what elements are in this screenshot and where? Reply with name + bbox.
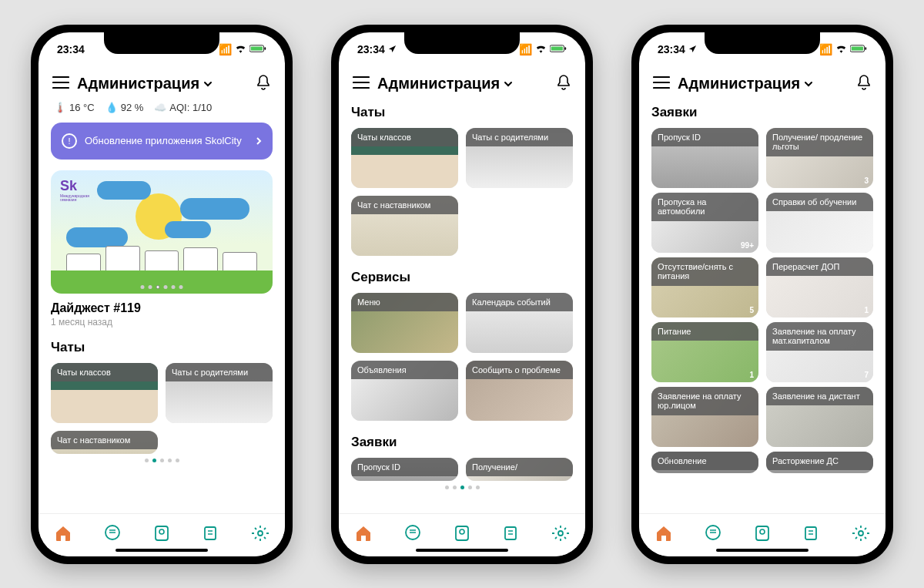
tile-class-chats[interactable]: Чаты классов <box>51 363 158 423</box>
svg-point-15 <box>558 531 563 536</box>
update-banner[interactable]: ! Обновление приложения SkolCity <box>51 123 273 160</box>
nav-chat[interactable] <box>703 523 723 543</box>
header-title[interactable]: Администрация <box>377 75 548 92</box>
tile-announcements[interactable]: Объявления <box>351 361 458 421</box>
svg-rect-2 <box>264 47 266 49</box>
svg-point-5 <box>159 529 164 534</box>
svg-point-21 <box>760 529 765 534</box>
svg-point-7 <box>258 531 263 536</box>
tile-pass-id[interactable]: Пропуск ID <box>351 458 458 481</box>
tile-distant[interactable]: Заявление на дистант <box>766 387 873 447</box>
wifi-icon <box>835 43 847 55</box>
svg-rect-20 <box>756 526 768 540</box>
tile-menu[interactable]: Меню <box>351 293 458 353</box>
signal-icon: 📶 <box>519 43 532 55</box>
svg-point-13 <box>460 529 464 534</box>
digest-card[interactable]: SkМеждународная гимназия <box>51 170 273 294</box>
tile-benefits[interactable]: Получение/ <box>466 458 573 481</box>
svg-rect-17 <box>852 46 863 50</box>
chevron-right-icon <box>256 136 262 146</box>
hamburger-icon[interactable] <box>653 76 670 92</box>
nav-home[interactable] <box>654 523 674 543</box>
nav-home[interactable] <box>353 523 373 543</box>
digest-title: Дайджест #119 <box>51 301 273 315</box>
phone-mockup-3: 23:34 📶 Администрация Заявки Пропуск ID … <box>631 25 893 564</box>
chevron-down-icon <box>503 79 514 89</box>
section-requests-title: Заявки <box>351 435 573 450</box>
pager-dots <box>351 481 573 491</box>
tile-terminate[interactable]: Расторжение ДС <box>766 452 873 473</box>
tile-parent-chats[interactable]: Чаты с родителями <box>166 363 273 423</box>
tile-report-problem[interactable]: Сообщить о проблеме <box>466 361 573 421</box>
location-icon <box>688 43 697 55</box>
svg-rect-22 <box>805 527 816 539</box>
chevron-down-icon <box>803 79 814 89</box>
location-icon <box>388 43 397 55</box>
signal-icon: 📶 <box>219 43 232 55</box>
tile-recalc[interactable]: Перерасчет ДОП1 <box>766 257 873 318</box>
bell-icon[interactable] <box>856 74 872 94</box>
tile-benefits[interactable]: Получение/ продление льготы3 <box>766 128 873 188</box>
chevron-down-icon <box>203 79 213 89</box>
tile-car-pass[interactable]: Пропуска на автомобили99+ <box>651 193 758 253</box>
svg-rect-4 <box>156 526 168 540</box>
pager-dots <box>51 454 273 464</box>
tile-parent-chats[interactable]: Чаты с родителями <box>466 128 573 188</box>
svg-rect-9 <box>551 46 563 50</box>
wifi-icon <box>535 43 547 55</box>
tile-pass-id[interactable]: Пропуск ID <box>651 128 758 188</box>
tile-calendar[interactable]: Календарь событий <box>466 293 573 353</box>
battery-icon <box>550 43 567 55</box>
nav-news[interactable] <box>501 523 521 543</box>
svg-rect-10 <box>564 47 566 49</box>
battery-icon <box>249 43 266 55</box>
digest-subtitle: 1 месяц назад <box>51 317 273 328</box>
header-title[interactable]: Администрация <box>678 75 849 92</box>
weather-row: 🌡️16 °C 💧92 % ☁️AQI: 1/10 <box>51 99 273 123</box>
nav-home[interactable] <box>53 523 73 543</box>
info-icon: ! <box>62 133 77 149</box>
svg-rect-6 <box>205 527 216 539</box>
hamburger-icon[interactable] <box>353 76 370 92</box>
bell-icon[interactable] <box>556 74 571 94</box>
nav-settings[interactable] <box>250 523 270 543</box>
tile-study-cert[interactable]: Справки об обучении <box>766 193 873 253</box>
svg-rect-18 <box>865 47 866 49</box>
tile-nutrition[interactable]: Питание1 <box>651 322 758 382</box>
signal-icon: 📶 <box>819 43 832 55</box>
nav-chat[interactable] <box>403 523 423 543</box>
tile-matcapital[interactable]: Заявление на оплату мат.капиталом7 <box>766 322 873 382</box>
nav-news[interactable] <box>201 523 221 543</box>
nav-settings[interactable] <box>851 523 871 543</box>
nav-profile[interactable] <box>152 523 172 543</box>
tile-class-chats[interactable]: Чаты классов <box>351 128 458 188</box>
tile-update[interactable]: Обновление <box>651 452 758 473</box>
wifi-icon <box>235 43 246 55</box>
tile-mentor-chat[interactable]: Чат с наставником <box>351 196 458 256</box>
svg-rect-12 <box>456 526 468 540</box>
nav-settings[interactable] <box>551 523 571 543</box>
battery-icon <box>850 43 867 55</box>
nav-chat[interactable] <box>102 523 122 543</box>
svg-point-23 <box>859 531 863 536</box>
svg-rect-1 <box>251 46 263 50</box>
phone-mockup-2: 23:34 📶 Администрация Чаты Чаты классов … <box>331 25 593 564</box>
svg-rect-14 <box>505 527 516 539</box>
nav-profile[interactable] <box>452 523 472 543</box>
section-chats-title: Чаты <box>51 340 273 355</box>
header-title[interactable]: Администрация <box>77 75 248 92</box>
tile-meal-absence[interactable]: Отсутствие/снять с питания5 <box>651 257 758 318</box>
tile-legal-payment[interactable]: Заявление на оплату юр.лицом <box>651 387 758 447</box>
bell-icon[interactable] <box>256 74 271 94</box>
nav-profile[interactable] <box>752 523 772 543</box>
nav-news[interactable] <box>802 523 822 543</box>
section-services-title: Сервисы <box>351 270 573 285</box>
hamburger-icon[interactable] <box>52 76 69 92</box>
section-chats-title: Чаты <box>351 105 573 120</box>
tile-mentor-chat[interactable]: Чат с наставником <box>51 431 158 454</box>
phone-mockup-1: 23:34 📶 Администрация <box>31 25 293 564</box>
section-requests-title: Заявки <box>651 105 873 120</box>
